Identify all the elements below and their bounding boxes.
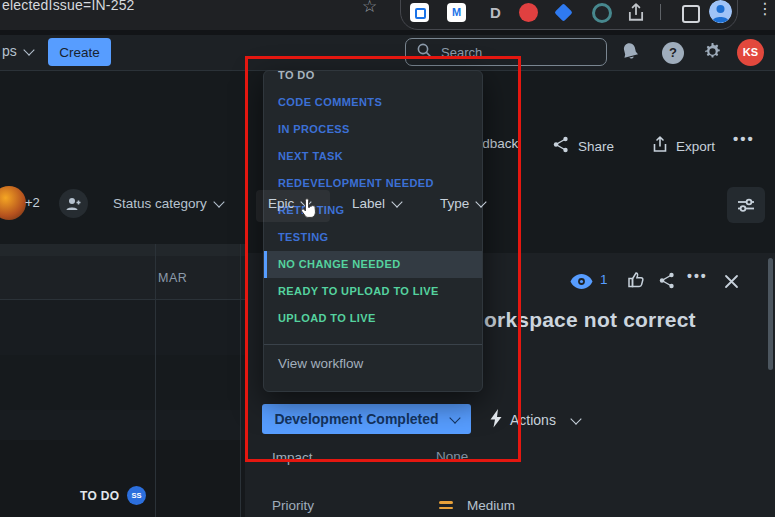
status-option-to-do[interactable]: TO DO — [264, 70, 482, 89]
browser-share-icon[interactable] — [627, 3, 646, 22]
timeline-gridline — [155, 244, 156, 517]
view-workflow-link[interactable]: View workflow — [264, 345, 482, 371]
share-issue-icon[interactable] — [658, 272, 676, 293]
chevron-down-icon — [570, 413, 581, 424]
chevron-down-icon — [476, 196, 487, 207]
extension-ring-icon[interactable] — [592, 3, 612, 23]
priority-medium-icon — [439, 501, 453, 512]
extension-d-icon[interactable]: D — [486, 3, 505, 22]
filter-status-category[interactable]: Status category — [113, 196, 223, 211]
assignee-avatar[interactable] — [0, 186, 26, 220]
timeline-gridline — [240, 244, 241, 517]
priority-field-value[interactable]: Medium — [467, 498, 515, 513]
timeline-band — [0, 410, 245, 440]
scrollbar[interactable] — [768, 258, 773, 370]
status-option-testing[interactable]: TESTING — [264, 224, 482, 251]
status-option-ready-to-upload-to-live[interactable]: READY TO UPLOAD TO LIVE — [264, 278, 482, 305]
chevron-down-icon — [449, 412, 460, 423]
lightning-bolt-icon — [489, 409, 502, 431]
user-avatar[interactable]: KS — [737, 39, 764, 66]
export-button[interactable]: Export — [652, 136, 715, 156]
timeline-assignee-badge[interactable]: SS — [127, 486, 146, 505]
extension-m-icon[interactable]: M — [447, 3, 466, 22]
status-dropdown-menu: TO DOCODE COMMENTSIN PROCESSNEXT TASKRED… — [263, 70, 483, 392]
chevron-down-icon — [213, 196, 224, 207]
actions-dropdown[interactable]: Actions — [489, 409, 580, 431]
bookmark-star-icon[interactable]: ☆ — [362, 0, 377, 17]
toolbar-separator — [660, 4, 661, 20]
view-settings-icon[interactable] — [727, 187, 765, 223]
issue-more-icon[interactable]: ••• — [687, 268, 708, 284]
status-option-code-comments[interactable]: CODE COMMENTS — [264, 89, 482, 116]
priority-field-label: Priority — [272, 498, 314, 513]
chevron-down-icon — [23, 44, 34, 55]
apps-menu[interactable]: ps — [2, 43, 33, 59]
timeline-todo-label[interactable]: TO DO — [80, 489, 119, 503]
watchers-eye-icon[interactable] — [570, 274, 593, 293]
thumbs-up-icon[interactable] — [627, 271, 645, 292]
issue-title: orkspace not correct — [484, 308, 696, 332]
extension-blue-square-icon[interactable] — [410, 3, 429, 22]
timeline-top-strip — [0, 244, 245, 256]
timeline-band — [0, 355, 245, 410]
timeline-band — [0, 300, 245, 355]
impact-field-value[interactable]: None — [436, 449, 468, 464]
search-icon — [416, 42, 432, 62]
search-box[interactable] — [405, 38, 607, 66]
help-icon[interactable]: ? — [662, 42, 684, 64]
export-icon — [652, 136, 668, 156]
impact-field-label: Impact — [272, 450, 313, 465]
add-person-icon[interactable] — [59, 189, 88, 218]
tab-square-icon[interactable] — [682, 5, 700, 23]
search-input[interactable] — [439, 44, 596, 61]
browser-menu-icon[interactable]: ⋮ — [757, 0, 773, 18]
browser-bar: electedIssue=IN-252 ☆ M D ⋮ — [0, 0, 775, 30]
status-option-upload-to-live[interactable]: UPLOAD TO LIVE — [264, 305, 482, 332]
month-label: MAR — [158, 271, 187, 285]
more-actions-icon[interactable]: ••• — [733, 130, 755, 147]
browser-url-text[interactable]: electedIssue=IN-252 — [2, 0, 135, 14]
share-nodes-icon — [552, 136, 570, 156]
close-icon[interactable] — [724, 274, 739, 293]
status-option-in-process[interactable]: IN PROCESS — [264, 116, 482, 143]
share-button[interactable]: Share — [552, 136, 614, 156]
timeline-month-header — [0, 256, 245, 300]
status-button[interactable]: Development Completed — [262, 404, 471, 434]
filter-type[interactable]: Type — [440, 196, 485, 211]
watchers-count: 1 — [600, 272, 608, 287]
filter-label[interactable]: Label — [352, 196, 401, 211]
avatar-overflow-count[interactable]: +2 — [25, 195, 40, 210]
screen: electedIssue=IN-252 ☆ M D ⋮ ps Create ? … — [0, 0, 775, 517]
settings-gear-icon[interactable] — [702, 41, 723, 66]
timeline-band — [0, 440, 245, 517]
status-option-next-task[interactable]: NEXT TASK — [264, 143, 482, 170]
mouse-cursor — [298, 197, 322, 227]
chevron-down-icon — [391, 196, 402, 207]
browser-profile-avatar[interactable] — [709, 0, 732, 23]
app-navbar — [0, 35, 775, 71]
extension-red-circle-icon[interactable] — [519, 3, 538, 22]
status-option-no-change-needed[interactable]: NO CHANGE NEEDED — [264, 251, 482, 278]
create-button[interactable]: Create — [48, 38, 111, 66]
